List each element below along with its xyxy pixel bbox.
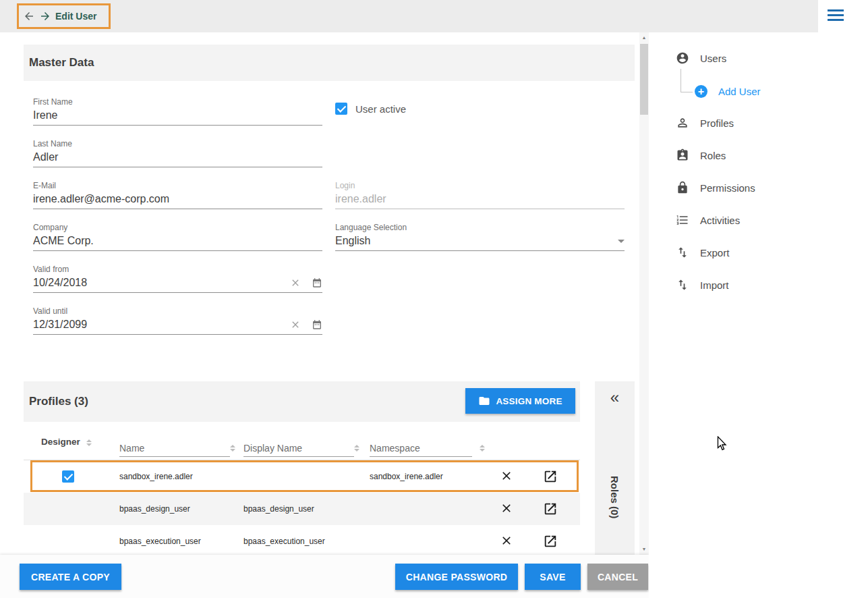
email-field: E-Mail irene.adler@acme-corp.com (33, 181, 322, 209)
open-profile-button[interactable] (543, 534, 558, 549)
profile-display-name: bpaas_design_user (243, 504, 314, 514)
column-header-designer[interactable]: Designer (41, 437, 80, 447)
login-field: Login irene.adler (335, 181, 625, 209)
folder-icon (478, 395, 490, 407)
open-profile-button[interactable] (543, 469, 558, 484)
company-label: Company (33, 223, 322, 232)
table-row[interactable]: bpaas_execution_user bpaas_execution_use… (24, 525, 580, 555)
main-scrollbar[interactable]: ▲ ▼ (639, 32, 649, 555)
sort-icon-namespace[interactable] (480, 445, 485, 452)
valid-until-input[interactable]: 12/31/2099 (33, 319, 322, 335)
lock-icon (676, 181, 689, 194)
name-filter-input[interactable] (119, 456, 230, 457)
valid-from-label: Valid from (33, 265, 322, 274)
roles-collapsed-panel: « Roles (0) (595, 381, 635, 555)
sidebar-item-add-user[interactable]: + Add User (695, 85, 761, 98)
forward-arrow-icon[interactable] (39, 10, 51, 22)
first-name-field: First Name Irene (33, 97, 322, 126)
company-field: Company ACME Corp. (33, 223, 322, 251)
scrollbar-thumb[interactable] (640, 44, 648, 115)
remove-profile-button[interactable] (499, 534, 514, 549)
clear-date-icon[interactable] (290, 319, 301, 330)
add-circle-icon: + (695, 85, 707, 98)
language-label: Language Selection (335, 223, 625, 232)
namespace-filter-input[interactable] (370, 456, 472, 457)
scroll-up-icon[interactable]: ▲ (639, 32, 649, 43)
expand-panel-icon[interactable]: « (595, 389, 635, 406)
email-label: E-Mail (33, 181, 322, 190)
page-title: Edit User (55, 11, 96, 22)
change-password-button[interactable]: CHANGE PASSWORD (395, 564, 518, 590)
sort-icon-designer[interactable] (86, 439, 92, 446)
dropdown-caret-icon (618, 240, 625, 243)
user-active-label: User active (355, 103, 406, 115)
tree-connector (681, 69, 693, 92)
master-data-title: Master Data (24, 56, 94, 70)
last-name-label: Last Name (33, 139, 322, 148)
person-outline-icon (676, 116, 689, 130)
sort-icon-name[interactable] (230, 445, 235, 452)
profiles-table-header: Designer Name Display Name Namespace (24, 422, 580, 460)
sidebar-item-users[interactable]: Users (676, 51, 726, 65)
master-data-header: Master Data (24, 45, 635, 81)
profiles-title: Profiles (3) (24, 395, 88, 408)
save-button[interactable]: SAVE (525, 564, 581, 590)
right-sidebar: Users + Add User Profiles Roles Permissi… (649, 32, 868, 598)
column-header-display-name[interactable]: Display Name (243, 443, 302, 454)
clear-date-icon[interactable] (290, 277, 301, 288)
scroll-down-icon[interactable]: ▼ (639, 544, 649, 555)
badge-icon (676, 148, 689, 162)
remove-profile-button[interactable] (499, 501, 514, 516)
last-name-field: Last Name Adler (33, 139, 322, 167)
profile-name: sandbox_irene.adler (119, 472, 193, 481)
column-header-namespace[interactable]: Namespace (370, 443, 420, 454)
top-bar: Edit User (0, 0, 818, 32)
email-input[interactable]: irene.adler@acme-corp.com (33, 193, 322, 209)
numbered-list-icon (676, 213, 689, 227)
calendar-icon[interactable] (312, 319, 322, 330)
create-copy-button[interactable]: CREATE A COPY (20, 564, 121, 590)
login-label: Login (335, 181, 625, 190)
edit-user-screen: Edit User ▲ ▼ Master Data First Name Ire… (0, 0, 868, 598)
footer-bar: CREATE A COPY CHANGE PASSWORD SAVE CANCE… (0, 555, 649, 598)
sidebar-item-permissions[interactable]: Permissions (676, 181, 755, 194)
roles-tab[interactable]: Roles (0) (609, 476, 620, 518)
sidebar-item-roles[interactable]: Roles (676, 148, 726, 162)
display-name-filter-input[interactable] (243, 456, 354, 457)
valid-from-input[interactable]: 10/24/2018 (33, 277, 322, 293)
import-export-icon (676, 278, 689, 292)
sidebar-item-import[interactable]: Import (676, 278, 729, 292)
calendar-icon[interactable] (312, 277, 322, 288)
valid-until-field: Valid until 12/31/2099 (33, 306, 322, 335)
last-name-input[interactable]: Adler (33, 151, 322, 167)
language-select[interactable]: English (335, 235, 625, 251)
table-row[interactable]: sandbox_irene.adler sandbox_irene.adler (24, 460, 580, 493)
user-active-row: User active (335, 103, 406, 115)
profile-name: bpaas_design_user (119, 504, 190, 514)
cancel-button[interactable]: CANCEL (587, 564, 648, 590)
first-name-label: First Name (33, 97, 322, 107)
profile-display-name: bpaas_execution_user (243, 537, 325, 546)
company-input[interactable]: ACME Corp. (33, 235, 322, 251)
import-export-icon (676, 246, 689, 259)
user-active-checkbox[interactable] (335, 103, 347, 115)
valid-until-label: Valid until (33, 306, 322, 316)
sort-icon-display-name[interactable] (354, 445, 359, 452)
table-row[interactable]: bpaas_design_user bpaas_design_user (24, 493, 580, 525)
menu-icon[interactable] (828, 9, 844, 24)
profile-namespace: sandbox_irene.adler (370, 472, 443, 481)
column-header-name[interactable]: Name (119, 443, 144, 454)
valid-from-field: Valid from 10/24/2018 (33, 265, 322, 293)
first-name-input[interactable]: Irene (33, 109, 322, 126)
login-input-disabled: irene.adler (335, 193, 625, 209)
user-circle-icon (676, 51, 689, 65)
designer-checkbox[interactable] (62, 470, 74, 483)
profiles-header: Profiles (3) ASSIGN MORE (24, 381, 580, 422)
sidebar-item-activities[interactable]: Activities (676, 213, 740, 227)
back-arrow-icon[interactable] (23, 10, 35, 22)
sidebar-item-export[interactable]: Export (676, 246, 729, 259)
open-profile-button[interactable] (543, 501, 558, 516)
assign-more-button[interactable]: ASSIGN MORE (465, 388, 575, 414)
sidebar-item-profiles[interactable]: Profiles (676, 116, 734, 130)
remove-profile-button[interactable] (499, 469, 514, 484)
